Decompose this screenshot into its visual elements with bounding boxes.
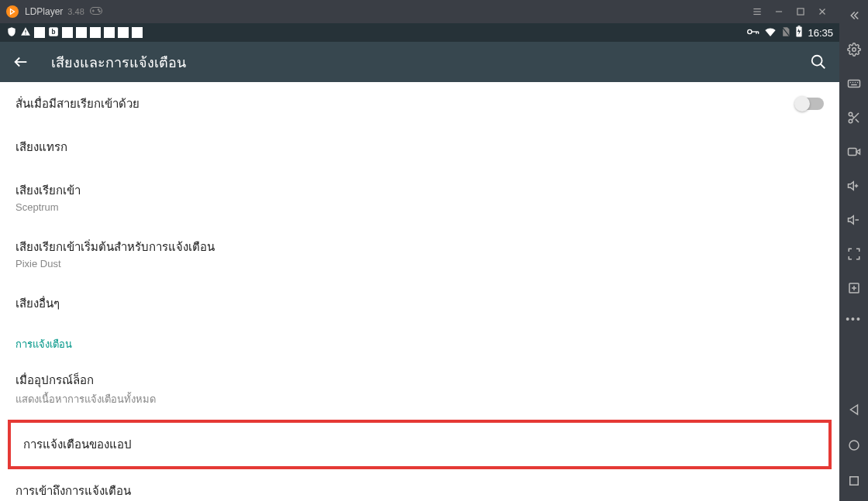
row-title: การแจ้งเตือนของแอป bbox=[23, 435, 816, 454]
setting-row-when-locked[interactable]: เมื่ออุปกรณ์ล็อก แสดงเนื้อหาการแจ้งเตือน… bbox=[0, 359, 839, 420]
fullscreen-button[interactable] bbox=[845, 245, 863, 263]
status-square-icon bbox=[104, 27, 115, 38]
app-header: เสียงและการแจ้งเตือน bbox=[0, 42, 839, 82]
row-title: สั่นเมื่อมีสายเรียกเข้าด้วย bbox=[16, 94, 796, 113]
svg-marker-48 bbox=[850, 405, 857, 414]
highlighted-row: การแจ้งเตือนของแอป bbox=[8, 420, 832, 469]
maximize-button[interactable] bbox=[790, 1, 811, 22]
svg-rect-50 bbox=[849, 477, 858, 486]
svg-line-25 bbox=[821, 64, 825, 69]
status-square-icon bbox=[34, 27, 45, 38]
svg-point-33 bbox=[849, 112, 852, 116]
page-title: เสียงและการแจ้งเตือน bbox=[51, 51, 186, 74]
settings-list: สั่นเมื่อมีสายเรียกเข้าด้วย เสียงแทรก เส… bbox=[0, 82, 839, 501]
battery-charging-icon bbox=[795, 26, 803, 40]
row-subtitle: Sceptrum bbox=[16, 201, 824, 213]
svg-rect-27 bbox=[848, 81, 859, 88]
row-subtitle: แสดงเนื้อหาการแจ้งเตือนทั้งหมด bbox=[16, 391, 824, 407]
nav-home-button[interactable] bbox=[845, 436, 863, 455]
setting-row-default-notif-sound[interactable]: เสียงเรียกเข้าเริ่มต้นสำหรับการแจ้งเตือน… bbox=[0, 225, 839, 282]
row-title: เสียงเรียกเข้า bbox=[16, 181, 824, 200]
back-button[interactable] bbox=[12, 53, 29, 70]
no-sim-icon bbox=[781, 26, 790, 39]
status-app-icon: b bbox=[48, 26, 59, 39]
svg-text:b: b bbox=[52, 28, 56, 35]
row-subtitle: Pixie Dust bbox=[16, 258, 824, 269]
app-version: 3.48 bbox=[67, 7, 84, 16]
nav-back-button[interactable] bbox=[845, 400, 863, 419]
app-logo-icon bbox=[6, 5, 19, 18]
gamepad-icon bbox=[89, 6, 103, 18]
svg-point-34 bbox=[849, 119, 852, 123]
row-title: เสียงเรียกเข้าเริ่มต้นสำหรับการแจ้งเตือน bbox=[16, 238, 824, 256]
setting-row-ringtone[interactable]: เสียงเรียกเข้า Sceptrum bbox=[0, 169, 839, 225]
section-title: การแจ้งเตือน bbox=[16, 336, 824, 352]
status-square-icon bbox=[90, 27, 101, 38]
volume-up-button[interactable] bbox=[845, 177, 863, 195]
setting-row-notification-access[interactable]: การเข้าถึงการแจ้งเตือน bbox=[0, 469, 839, 501]
svg-point-3 bbox=[98, 9, 99, 10]
warning-icon bbox=[20, 26, 31, 39]
setting-row-vibrate[interactable]: สั่นเมื่อมีสายเรียกเข้าด้วย bbox=[0, 82, 839, 125]
svg-rect-38 bbox=[848, 149, 856, 156]
record-button[interactable] bbox=[845, 142, 863, 161]
more-options-button[interactable]: ••• bbox=[846, 313, 862, 325]
row-title: เสียงแทรก bbox=[16, 138, 824, 156]
row-title: เสียงอื่นๆ bbox=[16, 294, 824, 313]
svg-rect-9 bbox=[797, 9, 804, 15]
install-apk-button[interactable] bbox=[845, 279, 863, 297]
status-square-icon bbox=[132, 27, 143, 38]
setting-row-track[interactable]: เสียงแทรก bbox=[0, 125, 839, 169]
status-square-icon bbox=[76, 27, 87, 38]
vibrate-toggle[interactable] bbox=[796, 98, 824, 110]
key-icon bbox=[747, 27, 760, 38]
svg-point-26 bbox=[852, 48, 856, 52]
wifi-icon bbox=[764, 27, 777, 39]
android-status-bar: b 16:35 bbox=[0, 23, 839, 42]
close-button[interactable] bbox=[811, 1, 833, 22]
search-button[interactable] bbox=[810, 53, 827, 70]
minimize-button[interactable] bbox=[768, 1, 790, 22]
section-header-notifications: การแจ้งเตือน bbox=[0, 325, 839, 359]
status-time: 16:35 bbox=[808, 27, 833, 39]
scissors-button[interactable] bbox=[845, 108, 863, 127]
svg-point-13 bbox=[25, 33, 26, 34]
app-name: LDPlayer bbox=[25, 6, 63, 17]
status-square-icon bbox=[62, 27, 73, 38]
title-bar: LDPlayer 3.48 bbox=[0, 0, 839, 23]
svg-point-4 bbox=[99, 11, 101, 12]
volume-down-button[interactable] bbox=[845, 211, 863, 229]
row-title: การเข้าถึงการแจ้งเตือน bbox=[16, 482, 824, 500]
emulator-side-toolbar: ••• bbox=[839, 0, 868, 501]
status-square-icon bbox=[118, 27, 129, 38]
settings-button[interactable] bbox=[845, 40, 863, 59]
shield-icon bbox=[6, 26, 17, 39]
svg-point-24 bbox=[812, 56, 822, 66]
svg-line-36 bbox=[855, 119, 858, 122]
menu-icon[interactable] bbox=[746, 1, 768, 22]
svg-point-16 bbox=[748, 29, 752, 33]
setting-row-app-notifications[interactable]: การแจ้งเตือนของแอป bbox=[11, 423, 828, 466]
collapse-toolbar-button[interactable] bbox=[845, 6, 863, 25]
keyboard-button[interactable] bbox=[845, 74, 863, 93]
svg-line-37 bbox=[852, 115, 854, 118]
setting-row-other-sounds[interactable]: เสียงอื่นๆ bbox=[0, 282, 839, 325]
row-title: เมื่ออุปกรณ์ล็อก bbox=[16, 371, 824, 389]
svg-marker-40 bbox=[848, 182, 853, 190]
nav-recent-button[interactable] bbox=[845, 472, 863, 490]
svg-marker-43 bbox=[848, 216, 853, 225]
svg-point-49 bbox=[849, 441, 859, 450]
svg-rect-22 bbox=[798, 26, 801, 26]
